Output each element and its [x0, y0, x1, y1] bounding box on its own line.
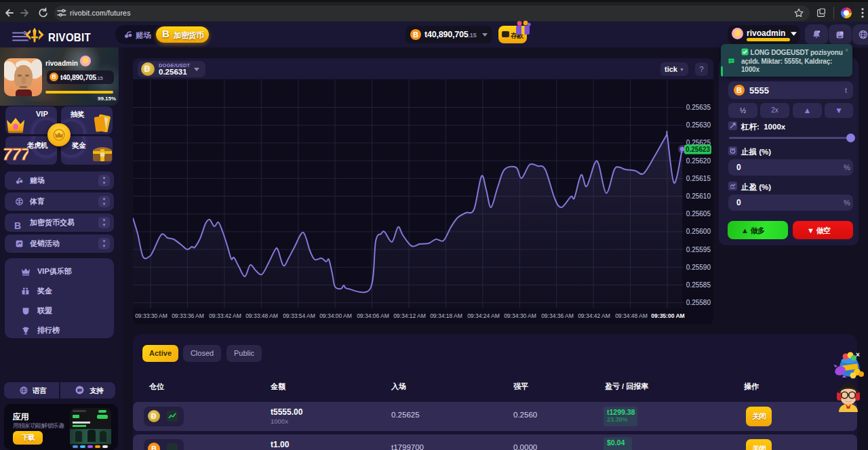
svg-text:0.25600: 0.25600 — [686, 228, 711, 235]
svg-text:0.25630: 0.25630 — [686, 121, 711, 129]
svg-text:0.25610: 0.25610 — [686, 192, 711, 200]
svg-text:0.25623: 0.25623 — [686, 146, 711, 153]
svg-text:0.25605: 0.25605 — [686, 210, 711, 218]
svg-text:0.25635: 0.25635 — [686, 104, 711, 111]
svg-text:0.25620: 0.25620 — [686, 157, 711, 165]
svg-text:777: 777 — [3, 145, 28, 163]
svg-text:0.25615: 0.25615 — [686, 175, 711, 182]
svg-text:0.25590: 0.25590 — [686, 264, 711, 271]
svg-text:0.25585: 0.25585 — [686, 281, 711, 289]
svg-text:0.25595: 0.25595 — [686, 246, 711, 253]
svg-text:0.25580: 0.25580 — [686, 299, 711, 306]
